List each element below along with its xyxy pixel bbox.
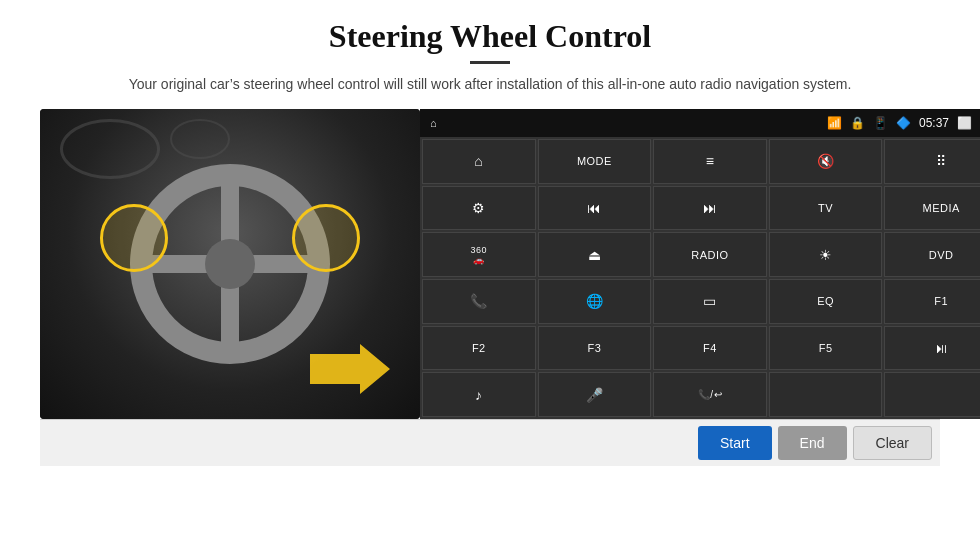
btn-rect[interactable]: ▭	[653, 279, 767, 324]
btn-media[interactable]: MEDIA	[884, 186, 980, 231]
status-left: ⌂	[430, 117, 437, 129]
btn-f2[interactable]: F2	[422, 326, 536, 371]
svg-marker-0	[310, 344, 390, 394]
btn-360[interactable]: 360🚗	[422, 232, 536, 277]
sw-outer	[130, 164, 330, 364]
btn-playpause[interactable]: ⏯	[884, 326, 980, 371]
page-title: Steering Wheel Control	[329, 18, 651, 55]
wifi-icon: 📶	[827, 116, 842, 130]
steering-wheel-image	[40, 109, 420, 419]
btn-f4[interactable]: F4	[653, 326, 767, 371]
btn-settings[interactable]: ⚙	[422, 186, 536, 231]
btn-apps[interactable]: ⠿	[884, 139, 980, 184]
btn-tv[interactable]: TV	[769, 186, 883, 231]
btn-brightness[interactable]: ☀	[769, 232, 883, 277]
btn-phone[interactable]: 📞	[422, 279, 536, 324]
btn-f5[interactable]: F5	[769, 326, 883, 371]
circle-left-highlight	[100, 204, 168, 272]
btn-globe[interactable]: 🌐	[538, 279, 652, 324]
arrow-overlay	[310, 339, 390, 399]
time-display: 05:37	[919, 116, 949, 130]
btn-radio[interactable]: RADIO	[653, 232, 767, 277]
lock-icon: 🔒	[850, 116, 865, 130]
page-subtitle: Your original car’s steering wheel contr…	[129, 74, 852, 95]
btn-eq[interactable]: EQ	[769, 279, 883, 324]
sim-icon: 📱	[873, 116, 888, 130]
btn-mode[interactable]: MODE	[538, 139, 652, 184]
start-button[interactable]: Start	[698, 426, 772, 460]
btn-f3[interactable]: F3	[538, 326, 652, 371]
btn-f1[interactable]: F1	[884, 279, 980, 324]
btn-music[interactable]: ♪	[422, 372, 536, 417]
circle-right-highlight	[292, 204, 360, 272]
btn-phone-answer[interactable]: 📞/↩	[653, 372, 767, 417]
btn-mute[interactable]: 🔇	[769, 139, 883, 184]
btn-r6c4[interactable]	[769, 372, 883, 417]
btn-list[interactable]: ≡	[653, 139, 767, 184]
status-right: 📶 🔒 📱 🔷 05:37 ⬜ ↩	[827, 116, 980, 130]
bottom-bar: Start End Clear	[40, 419, 940, 466]
title-divider	[470, 61, 510, 64]
btn-dvd[interactable]: DVD	[884, 232, 980, 277]
page-container: Steering Wheel Control Your original car…	[0, 0, 980, 544]
clear-button[interactable]: Clear	[853, 426, 932, 460]
btn-eject[interactable]: ⏏	[538, 232, 652, 277]
end-button[interactable]: End	[778, 426, 847, 460]
status-bar: ⌂ 📶 🔒 📱 🔷 05:37 ⬜ ↩	[420, 109, 980, 137]
btn-home[interactable]: ⌂	[422, 139, 536, 184]
bt-icon: 🔷	[896, 116, 911, 130]
home-status-icon: ⌂	[430, 117, 437, 129]
btn-r6c5[interactable]	[884, 372, 980, 417]
head-unit-panel: ⌂ 📶 🔒 📱 🔷 05:37 ⬜ ↩ ⌂ MODE ≡ 🔇	[420, 109, 980, 419]
button-grid: ⌂ MODE ≡ 🔇 ⠿ ⚙ ⏮ ⏭ TV MEDIA 360🚗 ⏏ RADIO…	[420, 137, 980, 419]
btn-prev[interactable]: ⏮	[538, 186, 652, 231]
screen-icon: ⬜	[957, 116, 972, 130]
btn-next[interactable]: ⏭	[653, 186, 767, 231]
btn-mic[interactable]: 🎤	[538, 372, 652, 417]
content-area: ⌂ 📶 🔒 📱 🔷 05:37 ⬜ ↩ ⌂ MODE ≡ 🔇	[40, 109, 940, 419]
